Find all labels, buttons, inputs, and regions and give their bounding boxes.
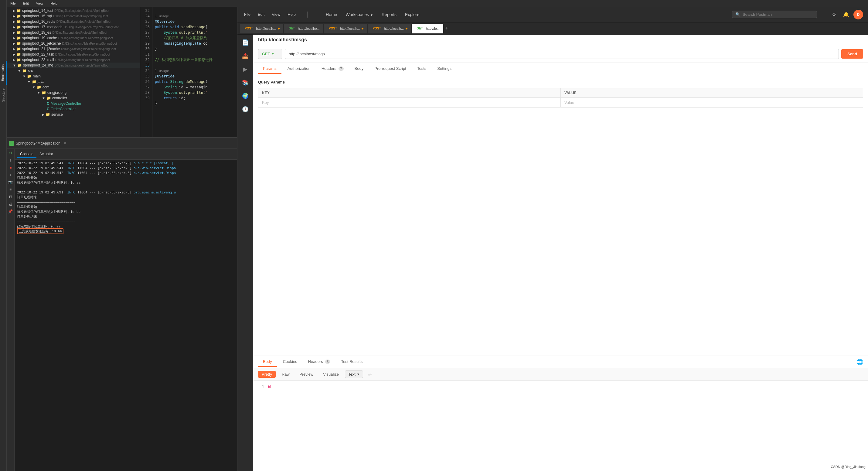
tree-item-springboot24[interactable]: ▼ 📁 springboot_24_mq D:\DingJiaxiong\Ide…	[7, 63, 140, 68]
subtab-settings[interactable]: Settings	[432, 64, 456, 74]
sidebar-import-btn[interactable]: 📥	[240, 51, 251, 61]
settings-icon[interactable]: ⚙	[829, 10, 839, 20]
format-pretty[interactable]: Pretty	[258, 371, 276, 378]
tree-item-springboot19[interactable]: ▶ 📁 springboot_19_cache D:\DingJiaxiong\…	[7, 35, 140, 41]
postman-menu-help[interactable]: Help	[286, 11, 298, 18]
sidebar-runner-btn[interactable]: ▶	[240, 64, 251, 75]
run-tab-close[interactable]: ✕	[63, 141, 66, 145]
resp-tab-body[interactable]: Body	[258, 357, 277, 367]
subtab-tests[interactable]: Tests	[412, 64, 431, 74]
req-tab-4[interactable]: GET http://lo...	[412, 24, 443, 33]
menu-help[interactable]: Help	[49, 1, 59, 6]
format-preview[interactable]: Preview	[296, 371, 317, 378]
tree-item-springboot17[interactable]: ▶ 📁 springboot_17_mongodb D:\DingJiaxion…	[7, 24, 140, 30]
req-tab-3[interactable]: POST http://localh...	[368, 24, 411, 33]
req-tab-dot-3	[406, 28, 407, 29]
menu-view[interactable]: View	[35, 1, 44, 6]
subtab-params[interactable]: Params	[258, 64, 281, 74]
resp-type-select[interactable]: Text ▼	[345, 371, 363, 378]
tree-item-dingjiaxiong[interactable]: ▼ 📁 dingjiaxiong	[7, 90, 140, 95]
postman-nav-home[interactable]: Home	[322, 10, 341, 19]
bookmark-item[interactable]: Bookmarks	[0, 61, 7, 85]
tree-item-springboot15[interactable]: ▶ 📁 springboot_15_sql D:\DingJiaxiong\Id…	[7, 13, 140, 19]
postman-menu-edit[interactable]: Edit	[256, 11, 266, 18]
resp-tab-cookies[interactable]: Cookies	[278, 357, 302, 367]
request-area: http://localhost/msgs GET ▼ Send	[253, 35, 868, 471]
run-restart-btn[interactable]: ↺	[8, 150, 14, 156]
tree-item-springboot16[interactable]: ▶ 📁 springboot_16_redis D:\DingJiaxiong\…	[7, 19, 140, 24]
menu-file[interactable]: File	[9, 1, 17, 6]
tree-item-service[interactable]: ▶ 📁 service	[7, 112, 140, 117]
notification-icon[interactable]: 🔔	[841, 10, 851, 20]
run-filter-btn[interactable]: ⊟	[8, 194, 14, 200]
response-area: Body Cookies Headers 5 Test Results 🌐 Pr…	[253, 356, 868, 471]
format-raw[interactable]: Raw	[278, 371, 293, 378]
tree-item-springboot18[interactable]: ▶ 📁 springboot_18_es D:\DingJiaxiong\Ide…	[7, 30, 140, 35]
run-screenshot-btn[interactable]: 📷	[8, 179, 14, 185]
run-stop-btn[interactable]: ■	[8, 165, 14, 171]
subtab-prerequest[interactable]: Pre-request Script	[370, 64, 411, 74]
subtab-authorization[interactable]: Authorization	[283, 64, 315, 74]
resp-tab-headers[interactable]: Headers 5	[303, 357, 335, 367]
sidebar-history-btn[interactable]: 🕐	[240, 104, 251, 115]
url-input[interactable]	[285, 49, 839, 59]
postman-search[interactable]: 🔍	[732, 11, 817, 18]
resp-tab-test-results[interactable]: Test Results	[336, 357, 367, 367]
value-input[interactable]	[564, 100, 859, 105]
resp-prettify-btn[interactable]: ⇌	[368, 372, 372, 377]
run-pin-btn[interactable]: 📌	[8, 208, 14, 214]
run-up-btn[interactable]: ↑	[8, 157, 14, 164]
postman-nav-reports[interactable]: Reports	[378, 10, 400, 19]
method-select[interactable]: GET ▼	[258, 49, 282, 59]
log-line-2: 2022-10-22 19:02:49.541 INFO 11004 --- […	[17, 166, 235, 171]
sidebar-new-btn[interactable]: 📄	[240, 37, 251, 48]
req-tab-1[interactable]: GET http://localho...	[284, 24, 323, 33]
tree-item-src[interactable]: ▼ 📁 src	[7, 68, 140, 73]
tree-item-springboot22[interactable]: ▶ 📁 springboot_22_task D:\DingJiaxiong\I…	[7, 52, 140, 57]
postman-nav-workspaces[interactable]: Workspaces ▼	[342, 10, 377, 19]
req-tab-2[interactable]: POST http://localh...	[324, 24, 367, 33]
subtab-headers[interactable]: Headers 7	[317, 64, 348, 74]
tree-item-springboot23[interactable]: ▶ 📁 springboot_23_mail D:\DingJiaxiong\I…	[7, 57, 140, 63]
run-lines-btn[interactable]: ≡	[8, 186, 14, 193]
key-input[interactable]	[262, 100, 557, 105]
line-numbers: 23 24 25 26 27 28 29 30 31 32 33 34	[140, 7, 152, 137]
method-badge-2: POST	[328, 26, 338, 30]
tree-item-springboot14[interactable]: ▶ 📁 springboot_14_test D:\DingJiaxiong\I…	[7, 8, 140, 13]
postman-nav-explore[interactable]: Explore	[401, 10, 423, 19]
log-line-highlight: 已完成短信发送业务，id bb	[17, 229, 235, 234]
search-icon: 🔍	[735, 12, 740, 17]
globe-icon: 🌐	[857, 359, 863, 365]
app-icon	[9, 141, 14, 146]
search-input[interactable]	[743, 12, 803, 17]
tree-item-controller[interactable]: ▼ 📁 controller	[7, 95, 140, 101]
menu-edit[interactable]: Edit	[22, 1, 30, 6]
tree-item-springboot20[interactable]: ▶ 📁 springboot_20_jetcache D:\DingJiaxio…	[7, 41, 140, 46]
tab-console[interactable]: Console	[17, 151, 36, 158]
tab-actuator[interactable]: Actuator	[36, 151, 56, 158]
tree-item-java[interactable]: ▼ 📁 java	[7, 79, 140, 84]
tree-item-ordercontroller[interactable]: C OrderController	[7, 106, 140, 112]
log-line-13: =============================	[17, 219, 235, 224]
tree-item-springboot21[interactable]: ▶ 📁 springboot_21_j2cache D:\DingJiaxion…	[7, 46, 140, 52]
add-tab-btn[interactable]: +	[445, 25, 448, 32]
postman-topbar: File Edit View Help Home Workspaces ▼ Re…	[238, 7, 868, 23]
postman-menu-file[interactable]: File	[242, 11, 252, 18]
subtab-body[interactable]: Body	[350, 64, 369, 74]
method-badge-4: GET	[415, 26, 424, 30]
sidebar-collections-btn[interactable]: 📚	[240, 77, 251, 88]
tree-item-main[interactable]: ▼ 📁 main	[7, 73, 140, 79]
send-button[interactable]: Send	[841, 49, 863, 59]
request-tabs-bar: POST http://localh... GET http://localho…	[238, 23, 868, 35]
run-down-btn[interactable]: ↓	[8, 172, 14, 178]
request-subtabs: Params Authorization Headers 7 Body Pre-…	[253, 63, 868, 75]
postman-menu-view[interactable]: View	[270, 11, 282, 18]
avatar[interactable]: D	[854, 10, 863, 20]
tree-item-com[interactable]: ▼ 📁 com	[7, 84, 140, 90]
tree-item-messagecontroller[interactable]: C MessageController	[7, 101, 140, 106]
sidebar-env-btn[interactable]: 🌍	[240, 90, 251, 101]
req-tab-0[interactable]: POST http://localh...	[240, 24, 283, 33]
req-tab-dot-2	[362, 28, 364, 29]
run-print-btn[interactable]: 🖨	[8, 201, 14, 207]
format-visualize[interactable]: Visualize	[319, 371, 342, 378]
